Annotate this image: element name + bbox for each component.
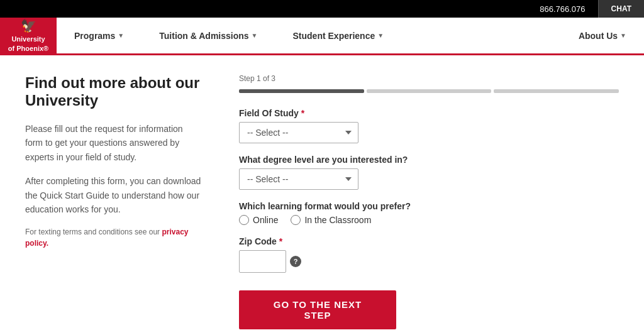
learning-format-label: Which learning format would you prefer?	[239, 201, 619, 211]
chat-button[interactable]: CHAT	[598, 0, 644, 18]
field-of-study-select[interactable]: -- Select -- Business Technology Healthc…	[239, 122, 358, 143]
required-star: *	[299, 108, 304, 118]
learning-format-group: Which learning format would you prefer? …	[239, 201, 619, 225]
form-container: Step 1 of 3 Field Of Study * -- Select -…	[239, 74, 619, 335]
field-of-study-label: Field Of Study *	[239, 108, 619, 118]
logo-text: University of Phoenix®	[8, 35, 48, 53]
nav-student[interactable]: Student Experience ▼	[275, 18, 402, 53]
progress-bar	[239, 89, 619, 93]
phone-number: 866.766.076	[540, 4, 597, 14]
left-column: Find out more about our University Pleas…	[25, 74, 201, 335]
navigation: 🦅 University of Phoenix® Programs ▼ Tuit…	[0, 18, 644, 55]
progress-step-2	[367, 89, 492, 93]
classroom-option[interactable]: In the Classroom	[291, 215, 371, 225]
field-of-study-group: Field Of Study * -- Select -- Business T…	[239, 108, 619, 143]
help-icon[interactable]: ?	[290, 256, 301, 267]
degree-level-group: What degree level are you interested in?…	[239, 155, 619, 190]
main-content: Find out more about our University Pleas…	[0, 55, 644, 335]
zip-code-group: Zip Code * ?	[239, 236, 619, 273]
progress-step-3	[494, 89, 619, 93]
zip-row: ?	[239, 250, 619, 273]
degree-level-select[interactable]: -- Select -- Associate Bachelor's Master…	[239, 168, 358, 190]
top-bar: 866.766.076 CHAT	[0, 0, 644, 18]
nav-links: Programs ▼ Tuition & Admissions ▼ Studen…	[57, 18, 644, 53]
nav-about[interactable]: About Us ▼	[561, 18, 644, 53]
logo[interactable]: 🦅 University of Phoenix®	[0, 18, 57, 53]
zip-code-label: Zip Code *	[239, 236, 619, 246]
zip-code-input[interactable]	[239, 250, 286, 273]
classroom-radio[interactable]	[291, 215, 301, 225]
chevron-down-icon: ▼	[620, 32, 626, 39]
logo-bird-icon: 🦅	[21, 18, 36, 33]
online-option[interactable]: Online	[239, 215, 278, 225]
online-radio[interactable]	[239, 215, 249, 225]
chevron-down-icon: ▼	[118, 32, 124, 39]
nav-tuition[interactable]: Tuition & Admissions ▼	[142, 18, 275, 53]
nav-programs[interactable]: Programs ▼	[57, 18, 142, 53]
step-indicator: Step 1 of 3	[239, 74, 619, 83]
page-title: Find out more about our University	[25, 74, 201, 109]
description-1: Please fill out the request for informat…	[25, 122, 201, 164]
progress-step-1	[239, 89, 364, 93]
required-star-zip: *	[277, 236, 282, 246]
chevron-down-icon: ▼	[377, 32, 384, 39]
degree-level-label: What degree level are you interested in?	[239, 155, 619, 165]
next-step-button[interactable]: GO TO THE NEXT STEP	[239, 290, 396, 329]
privacy-note: For texting terms and conditions see our…	[25, 226, 201, 249]
chevron-down-icon: ▼	[252, 32, 258, 39]
radio-group: Online In the Classroom	[239, 215, 619, 225]
description-2: After completing this form, you can down…	[25, 174, 201, 216]
